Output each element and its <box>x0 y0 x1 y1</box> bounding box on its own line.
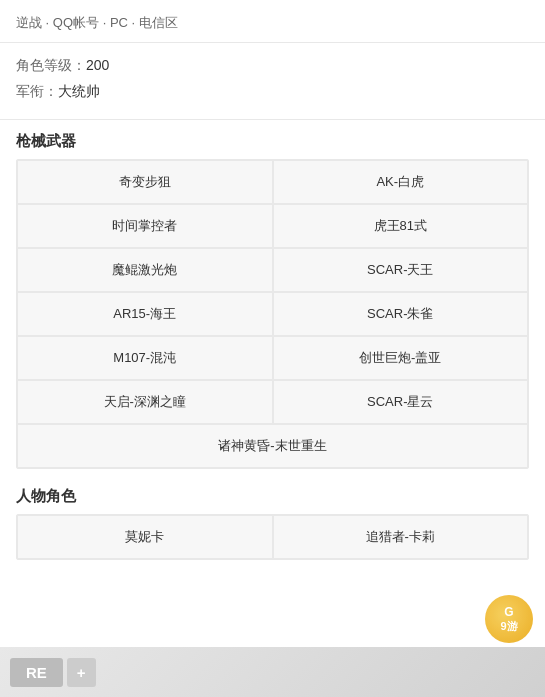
characters-grid: 莫妮卡 追猎者-卡莉 <box>16 514 529 560</box>
weapon-item: SCAR-朱雀 <box>273 292 529 336</box>
weapon-item: AR15-海王 <box>17 292 273 336</box>
logo-text: G9游 <box>500 605 517 634</box>
weapon-item: 奇变步狙 <box>17 160 273 204</box>
weapon-item: 虎王81式 <box>273 204 529 248</box>
level-row: 角色等级：200 <box>16 57 529 75</box>
weapons-title: 枪械武器 <box>16 132 529 151</box>
logo-circle: G9游 <box>485 595 533 643</box>
re-button[interactable]: RE <box>10 658 63 687</box>
level-value: 200 <box>86 57 109 73</box>
rank-label: 军衔： <box>16 83 58 99</box>
plus-button[interactable]: + <box>67 658 96 687</box>
character-item: 追猎者-卡莉 <box>273 515 529 559</box>
characters-section: 人物角色 莫妮卡 追猎者-卡莉 <box>0 473 545 564</box>
weapon-item: SCAR-星云 <box>273 380 529 424</box>
character-item: 莫妮卡 <box>17 515 273 559</box>
weapon-item: SCAR-天王 <box>273 248 529 292</box>
weapon-item: M107-混沌 <box>17 336 273 380</box>
weapons-grid: 奇变步狙 AK-白虎 时间掌控者 虎王81式 魔鲲激光炮 SCAR-天王 AR1… <box>16 159 529 469</box>
weapon-item: 时间掌控者 <box>17 204 273 248</box>
bottom-bar: RE + <box>0 647 545 697</box>
characters-title: 人物角色 <box>16 487 529 506</box>
weapon-item-full: 诸神黄昏-末世重生 <box>17 424 528 468</box>
weapon-item: AK-白虎 <box>273 160 529 204</box>
breadcrumb-text: 逆战 · QQ帐号 · PC · 电信区 <box>16 15 178 30</box>
weapons-section: 枪械武器 奇变步狙 AK-白虎 时间掌控者 虎王81式 魔鲲激光炮 SCAR-天… <box>0 120 545 473</box>
weapon-item: 魔鲲激光炮 <box>17 248 273 292</box>
logo-watermark: G9游 <box>485 595 535 645</box>
rank-row: 军衔：大统帅 <box>16 83 529 101</box>
weapon-item: 天启-深渊之瞳 <box>17 380 273 424</box>
weapon-item: 创世巨炮-盖亚 <box>273 336 529 380</box>
breadcrumb: 逆战 · QQ帐号 · PC · 电信区 <box>0 0 545 43</box>
level-label: 角色等级： <box>16 57 86 73</box>
character-info: 角色等级：200 军衔：大统帅 <box>0 43 545 120</box>
rank-value: 大统帅 <box>58 83 100 99</box>
